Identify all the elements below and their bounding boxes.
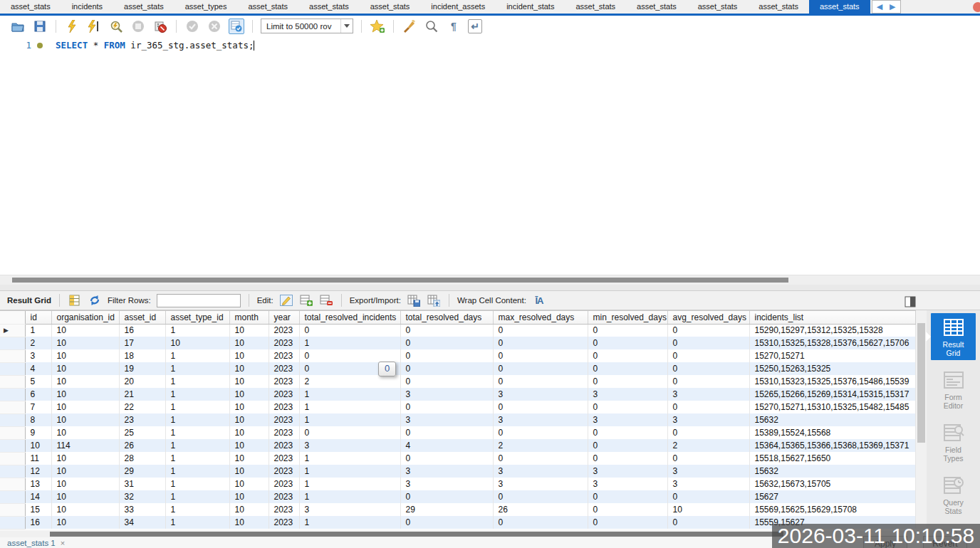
grid-cell[interactable]: 10: [51, 362, 119, 375]
result-grid[interactable]: idorganisation_idasset_idasset_type_idmo…: [0, 310, 916, 529]
grid-cell[interactable]: 3: [299, 439, 400, 452]
grid-cell[interactable]: 2: [667, 439, 749, 452]
grid-cell[interactable]: 0: [588, 426, 667, 439]
grid-cell[interactable]: 33: [119, 503, 165, 516]
grid-cell[interactable]: 0: [588, 362, 667, 375]
grid-cell[interactable]: 1: [299, 490, 400, 503]
table-row[interactable]: 101142611020233420215364,15365,15366,153…: [0, 439, 915, 452]
grid-cell[interactable]: 15265,15266,15269,15314,15315,15317: [749, 388, 915, 401]
find-icon[interactable]: [424, 19, 439, 34]
grid-cell[interactable]: 0: [493, 375, 588, 388]
grid-cell[interactable]: 19: [119, 362, 165, 375]
editor-horizontal-scrollbar[interactable]: [0, 275, 980, 285]
grid-cell[interactable]: 15290,15297,15312,15325,15328: [749, 324, 915, 337]
grid-cell[interactable]: 0: [588, 337, 667, 349]
edit-cell-icon[interactable]: [279, 293, 293, 307]
autocommit-toggle-icon[interactable]: [229, 19, 244, 34]
row-marker[interactable]: [0, 401, 25, 413]
kill-connection-icon[interactable]: [152, 19, 168, 34]
grid-cell[interactable]: 0: [588, 452, 667, 465]
row-marker[interactable]: [0, 478, 25, 490]
row-marker[interactable]: [0, 362, 25, 375]
refresh-icon[interactable]: [88, 293, 102, 307]
grid-cell[interactable]: 2023: [269, 439, 299, 452]
grid-cell[interactable]: 0: [400, 349, 493, 362]
grid-cell[interactable]: 2023: [269, 490, 299, 503]
grid-cell[interactable]: 2023: [269, 362, 299, 375]
grid-column-header[interactable]: asset_type_id: [165, 311, 229, 324]
grid-cell[interactable]: 10: [25, 439, 51, 452]
grid-cell[interactable]: 14: [25, 490, 51, 503]
grid-cell[interactable]: 1: [299, 388, 400, 401]
tab-scroll-controls[interactable]: ◀ ▶: [872, 0, 901, 14]
grid-cell[interactable]: 0: [493, 362, 588, 375]
grid-cell[interactable]: 0: [400, 375, 493, 388]
grid-cell[interactable]: 1: [25, 324, 51, 337]
grid-cell[interactable]: 15518,15627,15650: [749, 452, 915, 465]
grid-cell[interactable]: 3: [667, 413, 749, 426]
grid-cell[interactable]: 0: [400, 516, 493, 529]
editor-tab[interactable]: asset_stats: [298, 0, 360, 14]
grid-cell[interactable]: 1: [299, 516, 400, 529]
grid-cell[interactable]: 15632,15673,15705: [749, 478, 915, 490]
row-marker[interactable]: ▶: [0, 324, 25, 337]
toggle-sidebar-icon[interactable]: [903, 295, 917, 309]
grid-cell[interactable]: 2: [493, 439, 588, 452]
editor-tab[interactable]: asset_stats: [360, 0, 421, 14]
row-marker[interactable]: [0, 337, 25, 349]
grid-cell[interactable]: 3: [400, 478, 493, 490]
table-row[interactable]: 12102911020231333315632: [0, 465, 915, 478]
grid-cell[interactable]: 0: [493, 337, 588, 349]
grid-column-header[interactable]: asset_id: [119, 311, 165, 324]
grid-column-header[interactable]: min_resolved_days: [588, 311, 667, 324]
grid-hscroll-thumb[interactable]: [50, 532, 783, 537]
grid-cell[interactable]: 10: [229, 413, 269, 426]
grid-cell[interactable]: 10: [229, 490, 269, 503]
grid-cell[interactable]: 0: [667, 324, 749, 337]
grid-cell[interactable]: 1: [165, 426, 229, 439]
grid-cell[interactable]: 0: [588, 490, 667, 503]
sidebar-item-field-types[interactable]: FieldTypes: [931, 418, 976, 465]
grid-cell[interactable]: 1: [299, 452, 400, 465]
grid-cell[interactable]: 16: [119, 324, 165, 337]
close-icon[interactable]: ×: [61, 539, 65, 547]
explain-plan-icon[interactable]: [108, 19, 124, 34]
beautify-sql-icon[interactable]: [402, 19, 417, 34]
grid-cell[interactable]: 0: [588, 401, 667, 413]
editor-tab[interactable]: incidents: [61, 0, 113, 14]
grid-cell[interactable]: 15: [25, 503, 51, 516]
grid-cell[interactable]: 10: [51, 465, 119, 478]
grid-cell[interactable]: 0: [493, 401, 588, 413]
editor-tab[interactable]: asset_stats: [748, 0, 809, 14]
table-row[interactable]: 9102511020230000015389,15524,15568: [0, 426, 915, 439]
tab-scroll-right-icon[interactable]: ▶: [890, 3, 895, 11]
delete-row-icon[interactable]: [319, 293, 333, 307]
grid-cell[interactable]: 29: [400, 503, 493, 516]
row-marker[interactable]: [0, 375, 25, 388]
grid-cell[interactable]: 2023: [269, 375, 299, 388]
grid-cell[interactable]: 0: [299, 426, 400, 439]
grid-cell[interactable]: 2023: [269, 516, 299, 529]
sql-editor[interactable]: 1 SELECT * FROM ir_365_stg.asset_stats;: [0, 36, 980, 275]
grid-cell[interactable]: 10: [51, 503, 119, 516]
grid-cell[interactable]: 10: [667, 503, 749, 516]
row-marker[interactable]: [0, 452, 25, 465]
grid-cell[interactable]: 10: [51, 324, 119, 337]
grid-column-header[interactable]: year: [269, 311, 299, 324]
grid-cell[interactable]: 1: [299, 401, 400, 413]
save-snippet-icon[interactable]: [370, 19, 385, 34]
grid-cell[interactable]: 15270,15271,15310,15325,15482,15485: [749, 401, 915, 413]
row-marker[interactable]: [0, 388, 25, 401]
grid-cell[interactable]: 10: [51, 375, 119, 388]
grid-cell[interactable]: 0: [400, 426, 493, 439]
grid-cell[interactable]: 0: [667, 375, 749, 388]
result-grid-table[interactable]: idorganisation_idasset_idasset_type_idmo…: [0, 311, 916, 529]
table-row[interactable]: 15103311020233292601015569,15625,15629,1…: [0, 503, 915, 516]
grid-cell[interactable]: 1: [299, 465, 400, 478]
row-marker[interactable]: [0, 426, 25, 439]
table-row[interactable]: 4101911020230000015250,15263,15325: [0, 362, 915, 375]
grid-cell[interactable]: 15632: [749, 465, 915, 478]
grid-cell[interactable]: 10: [229, 337, 269, 349]
grid-cell[interactable]: 10: [229, 388, 269, 401]
editor-tab[interactable]: asset_stats: [0, 0, 61, 14]
